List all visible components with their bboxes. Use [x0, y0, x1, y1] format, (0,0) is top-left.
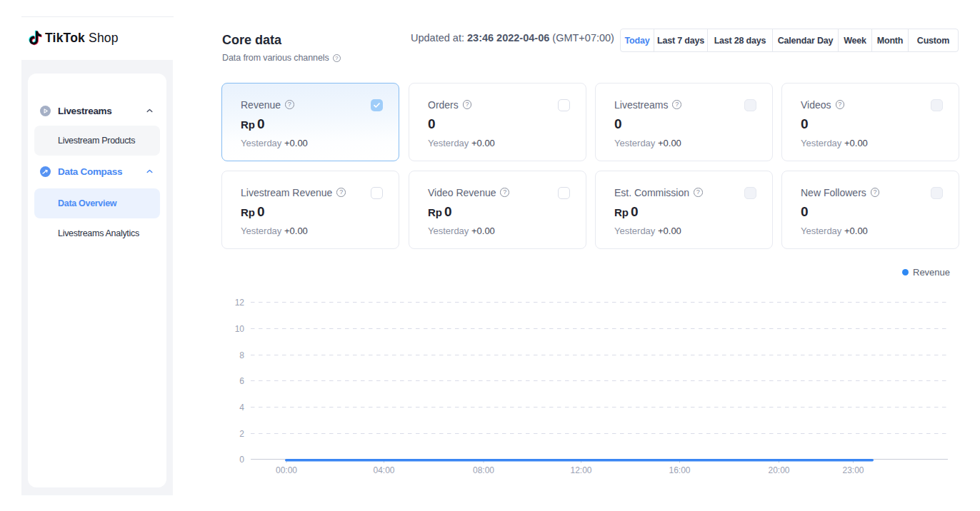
svg-text:12:00: 12:00: [570, 465, 591, 475]
svg-text:0: 0: [239, 455, 244, 465]
svg-text:10: 10: [235, 324, 245, 334]
svg-text:4: 4: [239, 403, 244, 413]
svg-text:20:00: 20:00: [768, 465, 789, 475]
svg-text:04:00: 04:00: [373, 465, 394, 475]
svg-text:08:00: 08:00: [473, 465, 494, 475]
svg-text:8: 8: [239, 350, 244, 360]
svg-text:12: 12: [235, 298, 245, 308]
svg-text:23:00: 23:00: [842, 465, 864, 475]
svg-text:6: 6: [239, 376, 244, 386]
svg-text:00:00: 00:00: [276, 465, 297, 475]
svg-text:16:00: 16:00: [669, 465, 690, 475]
svg-text:2: 2: [239, 429, 244, 439]
